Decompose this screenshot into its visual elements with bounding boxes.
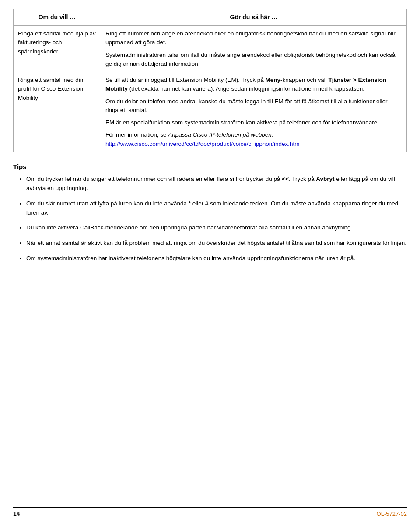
row2-bold-tjanster: Tjänster > Extension Mobility bbox=[105, 77, 386, 92]
row2-right-p4: För mer information, se Anpassa Cisco IP… bbox=[105, 131, 402, 148]
list-item: Om systemadministratören har inaktiverat… bbox=[26, 254, 407, 263]
row2-right: Se till att du är inloggad till Extensio… bbox=[101, 72, 407, 152]
row1-right-p2: Systemadministratören talar om ifall du … bbox=[105, 51, 402, 69]
tips-section: Tips Om du trycker fel när du anger ett … bbox=[13, 163, 407, 263]
row2-bold-meny: Meny bbox=[265, 77, 280, 83]
list-item: Om du trycker fel när du anger ett telef… bbox=[26, 175, 407, 193]
list-item: När ett annat samtal är aktivt kan du få… bbox=[26, 239, 407, 248]
row2-p4-italic: Anpassa Cisco IP-telefonen på webben: bbox=[168, 131, 273, 138]
bold-avbryt: Avbryt bbox=[316, 176, 334, 182]
row1-right: Ring ett nummer och ange en ärendekod el… bbox=[101, 26, 407, 72]
row2-p4-link[interactable]: http://www.cisco.com/univercd/cc/td/doc/… bbox=[105, 141, 299, 147]
footer: 14 OL-5727-02 bbox=[13, 507, 407, 517]
tips-title: Tips bbox=[13, 163, 407, 170]
col2-header: Gör du så här … bbox=[101, 9, 407, 26]
table-row: Ringa ett samtal med din profil för Cisc… bbox=[14, 72, 407, 152]
page-wrapper: Om du vill … Gör du så här … Ringa ett s… bbox=[0, 0, 420, 296]
row1-left: Ringa ett samtal med hjälp av fakturerin… bbox=[14, 26, 101, 72]
tips-list: Om du trycker fel när du anger ett telef… bbox=[13, 175, 407, 263]
row2-p4-prefix: För mer information, se bbox=[105, 131, 168, 138]
row2-right-p3: EM är en specialfunktion som systemadmin… bbox=[105, 118, 402, 127]
row2-right-p2: Om du delar en telefon med andra, kanske… bbox=[105, 97, 402, 115]
footer-doc-id: OL-5727-02 bbox=[377, 511, 407, 517]
list-item: Om du slår numret utan att lyfta på lure… bbox=[26, 199, 407, 218]
footer-page-number: 14 bbox=[13, 510, 20, 517]
row1-left-text: Ringa ett samtal med hjälp av fakturerin… bbox=[18, 30, 96, 55]
row1-right-p1: Ring ett nummer och ange en ärendekod el… bbox=[105, 29, 402, 47]
table-row: Ringa ett samtal med hjälp av fakturerin… bbox=[14, 26, 407, 72]
row2-left: Ringa ett samtal med din profil för Cisc… bbox=[14, 72, 101, 152]
bold-chevron: << bbox=[282, 176, 289, 182]
list-item: Du kan inte aktivera CallBack-meddelande… bbox=[26, 223, 407, 233]
main-table: Om du vill … Gör du så här … Ringa ett s… bbox=[13, 9, 407, 152]
col1-header: Om du vill … bbox=[14, 9, 101, 26]
row2-left-text: Ringa ett samtal med din profil för Cisc… bbox=[18, 77, 83, 101]
row2-right-p1: Se till att du är inloggad till Extensio… bbox=[105, 76, 402, 94]
